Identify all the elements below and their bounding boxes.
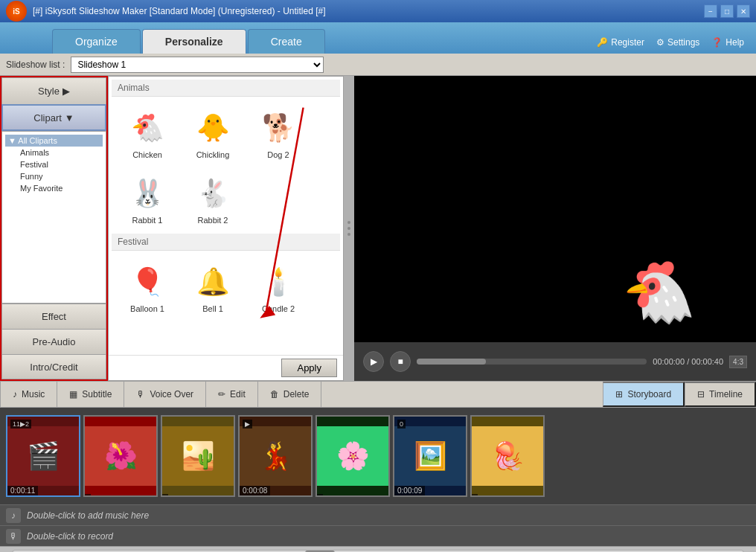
section-festival: Festival [112, 234, 340, 251]
subtitle-icon: ▦ [69, 389, 77, 399]
clipart-scroll[interactable]: Animals 🐔 Chicken 🐥 Chickling 🐕 Dog 2 [109, 77, 343, 355]
scroll-track[interactable] [12, 550, 744, 553]
delete-button[interactable]: 🗑 Delete [258, 382, 322, 407]
edit-button[interactable]: ✏ Edit [206, 382, 258, 407]
clipart-button[interactable]: Clipart ▼ [1, 104, 106, 131]
story-thumb-4: 🌸 [317, 426, 388, 486]
main-tabs: Organize Personalize Create [52, 29, 325, 54]
rabbit2-thumb: 🐇 [190, 171, 235, 216]
delete-icon: 🗑 [270, 389, 279, 399]
clipart-panel: Animals 🐔 Chicken 🐥 Chickling 🐕 Dog 2 [108, 76, 344, 381]
clipart-bell1[interactable]: 🔔 Bell 1 [183, 257, 243, 316]
progress-bar[interactable] [417, 359, 647, 365]
story-item-1[interactable]: 🌺 [83, 415, 158, 497]
play-button[interactable]: ▶ [363, 351, 384, 372]
divider-dot [347, 233, 350, 236]
clipart-chicken[interactable]: 🐔 Chicken [118, 103, 177, 162]
clipart-candle2[interactable]: 🕯️ Candle 2 [249, 257, 308, 316]
section-animals: Animals [112, 80, 340, 97]
music-button[interactable]: ♪ Music [0, 382, 57, 407]
maximize-button[interactable]: □ [720, 4, 734, 18]
story-time-5: 0:00:09 [394, 486, 425, 495]
center-area: Style ▶ Clipart ▼ ▼ All Cliparts Animals… [0, 76, 756, 381]
story-thumb-3: 💃 [240, 426, 311, 486]
bottom-toolbar: ♪ Music ▦ Subtitle 🎙 Voice Over ✏ Edit 🗑… [0, 381, 756, 408]
voice-bar[interactable]: 🎙 Double-click to record [0, 525, 756, 546]
storyboard-area: 🎬 11▶2 0:00:11 🌺 🏜️ 💃 ▶ 0:00:08 🌸 🖼️ 0 0… [0, 408, 756, 504]
candle2-thumb: 🕯️ [256, 260, 301, 304]
timeline-button[interactable]: ⊟ Timeline [685, 382, 756, 407]
tab-bar: Organize Personalize Create 🔑 Register ⚙… [0, 22, 756, 54]
preview-controls: ▶ ■ 00:00:00 / 00:00:40 4:3 [354, 342, 756, 381]
horizontal-scrollbar[interactable] [0, 546, 756, 552]
story-item-5[interactable]: 🖼️ 0 0:00:09 [393, 415, 467, 497]
slideshow-select[interactable]: Slideshow 1 [71, 57, 324, 73]
stop-button[interactable]: ■ [390, 351, 411, 372]
storyboard-button[interactable]: ⊞ Storyboard [603, 382, 685, 407]
tree-funny[interactable]: Funny [5, 170, 103, 182]
story-thumb-6: 🪼 [472, 426, 543, 486]
title-bar-controls: − □ ✕ [704, 4, 750, 18]
preview-animation: 🐔 [622, 257, 696, 327]
tab-personalize[interactable]: Personalize [142, 29, 246, 54]
intro-credit-button[interactable]: Intro/Credit [1, 354, 106, 379]
help-link[interactable]: ❓ Help [711, 37, 744, 48]
balloon1-thumb: 🎈 [125, 260, 170, 304]
voice-bar-text[interactable]: Double-click to record [27, 531, 113, 542]
tree-festival[interactable]: Festival [5, 158, 103, 170]
bell1-thumb: 🔔 [190, 260, 235, 304]
clipart-footer: Apply [109, 355, 343, 380]
story-badge-0: 11▶2 [10, 420, 31, 429]
rabbit2-label: Rabbit 2 [198, 216, 228, 225]
clipart-dog2[interactable]: 🐕 Dog 2 [249, 103, 308, 162]
edit-icon: ✏ [218, 389, 225, 399]
apply-button[interactable]: Apply [281, 359, 337, 377]
music-bar-icon: ♪ [6, 508, 21, 523]
tab-organize[interactable]: Organize [52, 29, 141, 54]
clipart-balloon1[interactable]: 🎈 Balloon 1 [118, 257, 177, 316]
story-thumb-1: 🌺 [85, 426, 156, 486]
left-panel: Style ▶ Clipart ▼ ▼ All Cliparts Animals… [0, 76, 108, 381]
chickling-thumb: 🐥 [190, 106, 235, 150]
panel-divider [344, 76, 354, 381]
rabbit1-thumb: 🐰 [125, 171, 170, 216]
story-thumb-0: 🎬 [7, 426, 79, 486]
tab-create[interactable]: Create [248, 29, 325, 54]
effect-button[interactable]: Effect [1, 304, 106, 329]
close-button[interactable]: ✕ [737, 4, 750, 18]
story-thumb-5: 🖼️ [394, 426, 466, 486]
tree-myfavorite[interactable]: My Favorite [5, 182, 103, 194]
collapse-icon: ▼ [8, 136, 16, 145]
title-bar: iS [#] iSkysoft Slideshow Maker [Standar… [0, 0, 756, 22]
style-button[interactable]: Style ▶ [1, 77, 106, 104]
music-bar-text[interactable]: Double-click to add music here [27, 510, 149, 521]
settings-link[interactable]: ⚙ Settings [656, 37, 699, 48]
register-link[interactable]: 🔑 Register [597, 37, 644, 48]
tab-bar-right: 🔑 Register ⚙ Settings ❓ Help [597, 37, 756, 54]
preview-panel: 🐔 ▶ ■ 00:00:00 / 00:00:40 4:3 [354, 76, 756, 381]
pre-audio-button[interactable]: Pre-Audio [1, 329, 106, 354]
music-icon: ♪ [13, 389, 17, 399]
slideshow-bar: Slideshow list : Slideshow 1 [0, 54, 756, 76]
minimize-button[interactable]: − [704, 4, 717, 18]
timeline-icon: ⊟ [697, 389, 705, 399]
tree-animals[interactable]: Animals [5, 147, 103, 158]
story-badge-5: 0 [397, 420, 406, 429]
tree-all-cliparts[interactable]: ▼ All Cliparts [5, 135, 103, 147]
clipart-chickling[interactable]: 🐥 Chickling [183, 103, 243, 162]
subtitle-button[interactable]: ▦ Subtitle [57, 382, 124, 407]
animals-grid: 🐔 Chicken 🐥 Chickling 🐕 Dog 2 🐰 Rabbit 1 [112, 100, 340, 234]
music-bar[interactable]: ♪ Double-click to add music here [0, 504, 756, 525]
clipart-tree: ▼ All Cliparts Animals Festival Funny My… [1, 131, 106, 304]
clipart-rabbit1[interactable]: 🐰 Rabbit 1 [118, 168, 177, 228]
story-item-4[interactable]: 🌸 [315, 415, 390, 497]
story-item-0[interactable]: 🎬 11▶2 0:00:11 [6, 415, 80, 497]
main-area: Style ▶ Clipart ▼ ▼ All Cliparts Animals… [0, 76, 756, 552]
voiceover-button[interactable]: 🎙 Voice Over [124, 382, 206, 407]
story-time-4 [317, 494, 323, 495]
story-item-2[interactable]: 🏜️ [161, 415, 235, 497]
style-arrow-icon: ▶ [63, 86, 70, 97]
clipart-rabbit2[interactable]: 🐇 Rabbit 2 [183, 168, 243, 228]
story-item-6[interactable]: 🪼 [470, 415, 545, 497]
story-item-3[interactable]: 💃 ▶ 0:00:08 [238, 415, 313, 497]
